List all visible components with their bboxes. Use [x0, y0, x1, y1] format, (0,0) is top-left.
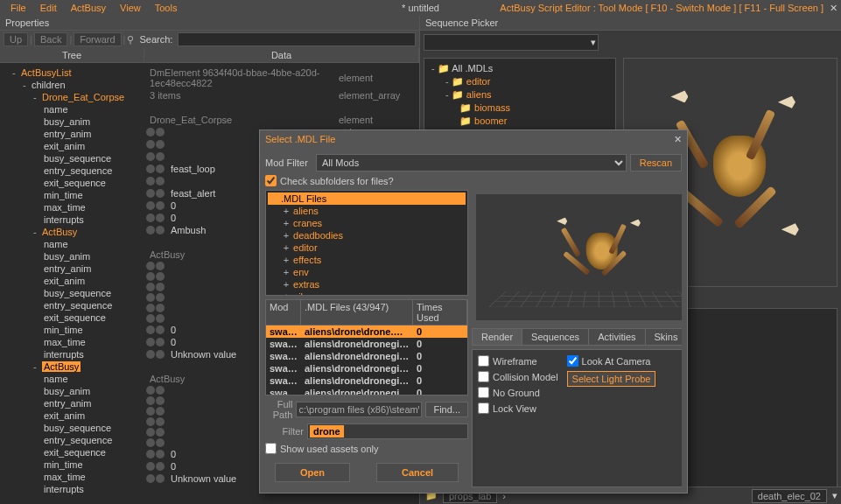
render-tabs: Render Sequences Activities Skins Info: [472, 328, 682, 346]
tree-node[interactable]: -ActBusyList: [2, 66, 143, 79]
folder-tree[interactable]: - .MDL Files+ aliens+ cranes+ deadbodies…: [265, 190, 468, 296]
tree-node[interactable]: -Drone_Eat_Corpse: [2, 91, 143, 103]
file-row[interactable]: swarmaliens\drone\dronegib6_rearlegr...0: [266, 387, 467, 396]
open-button[interactable]: Open: [275, 463, 350, 482]
show-used-check[interactable]: Show used assets only: [265, 443, 468, 454]
folder-node[interactable]: + aliens: [268, 205, 466, 217]
menu-file[interactable]: File: [4, 3, 33, 13]
dialog-close-icon[interactable]: ✕: [674, 134, 682, 145]
seq-tree-node[interactable]: 📁 boomer: [428, 115, 612, 128]
nav-forward-button[interactable]: Forward: [74, 32, 121, 46]
wireframe-check[interactable]: Wireframe: [478, 355, 558, 367]
tree-node[interactable]: name: [2, 373, 143, 385]
folder-node[interactable]: - .MDL Files: [268, 192, 466, 205]
tree-node[interactable]: -ActBusy: [2, 226, 143, 238]
tree-node[interactable]: exit_sequence: [2, 312, 143, 324]
search-input[interactable]: [178, 32, 416, 46]
seq-tree-node[interactable]: - 📁 editor: [428, 75, 612, 88]
check-subfolders-checkbox[interactable]: [265, 175, 277, 186]
noground-check[interactable]: No Ground: [478, 387, 558, 398]
tree-node[interactable]: interrupts: [2, 214, 143, 226]
tree-node[interactable]: busy_anim: [2, 116, 143, 128]
pin-icon[interactable]: ⚲: [127, 34, 134, 46]
tree-node[interactable]: -children: [2, 79, 143, 91]
file-row[interactable]: swarmaliens\drone\dronegib4_forelegr...0: [266, 362, 467, 374]
bottom-right-chip[interactable]: death_elec_02: [752, 489, 827, 503]
tree-node[interactable]: -ActBusy: [2, 360, 143, 373]
menu-edit[interactable]: Edit: [33, 3, 64, 13]
folder-node[interactable]: + env: [268, 266, 466, 278]
tree-node[interactable]: name: [2, 103, 143, 116]
col-mod-header[interactable]: Mod: [266, 300, 301, 325]
tab-skins[interactable]: Skins: [646, 329, 682, 345]
folder-node[interactable]: + gibs: [268, 290, 466, 296]
menu-tools[interactable]: Tools: [148, 3, 185, 13]
file-row[interactable]: swarmaliens\drone\dronegib5_rearlegl.mdl…: [266, 374, 467, 387]
menu-actbusy[interactable]: ActBusy: [64, 3, 113, 13]
model-preview-dialog[interactable]: [475, 193, 682, 321]
tree-node[interactable]: max_time: [2, 471, 143, 483]
tree-node[interactable]: entry_sequence: [2, 164, 143, 177]
light-probe-button[interactable]: Select Light Probe: [567, 371, 656, 387]
find-button[interactable]: Find...: [425, 402, 468, 417]
col-file-header[interactable]: .MDL Files (43/947): [301, 300, 413, 325]
folder-node[interactable]: + deadbodies: [268, 229, 466, 242]
file-list[interactable]: Mod .MDL Files (43/947) Times Used swarm…: [265, 299, 468, 396]
file-row[interactable]: swarmaliens\drone\dronegib3_forelegl.mdl…: [266, 350, 467, 362]
tree-node[interactable]: name: [2, 238, 143, 250]
nav-back-button[interactable]: Back: [34, 32, 67, 46]
tree-node[interactable]: max_time: [2, 201, 143, 214]
folder-node[interactable]: + editor: [268, 242, 466, 254]
render-options: Wireframe Collision Model No Ground Lock…: [472, 349, 682, 487]
mod-filter-select[interactable]: All Mods: [316, 154, 627, 172]
tree-node[interactable]: busy_sequence: [2, 152, 143, 164]
cancel-button[interactable]: Cancel: [376, 463, 459, 482]
tab-sequences[interactable]: Sequences: [522, 329, 589, 345]
full-path-input[interactable]: [296, 402, 422, 417]
tree-node[interactable]: busy_sequence: [2, 422, 143, 434]
folder-node[interactable]: + cranes: [268, 217, 466, 229]
tab-render[interactable]: Render: [473, 329, 522, 345]
tab-activities[interactable]: Activities: [589, 329, 645, 345]
show-used-checkbox[interactable]: [265, 443, 277, 454]
tree-node[interactable]: exit_anim: [2, 410, 143, 422]
chevron-down-icon[interactable]: ▾: [832, 490, 837, 501]
col-times-header[interactable]: Times Used: [413, 300, 467, 325]
file-row[interactable]: swarmaliens\drone\drone.mdl0: [266, 326, 467, 338]
tree-node[interactable]: min_time: [2, 189, 143, 201]
menu-view[interactable]: View: [113, 3, 148, 13]
tree-node[interactable]: min_time: [2, 458, 143, 471]
tree-node[interactable]: entry_sequence: [2, 299, 143, 312]
tree-node[interactable]: interrupts: [2, 483, 143, 495]
seq-tree-node[interactable]: - 📁 All .MDLs: [428, 62, 612, 75]
tree-node[interactable]: busy_anim: [2, 385, 143, 397]
file-row[interactable]: swarmaliens\drone\dronegib2_abdomenr...0: [266, 338, 467, 350]
tree-node[interactable]: exit_sequence: [2, 446, 143, 458]
lookat-check[interactable]: Look At Camera: [567, 355, 656, 367]
tree-node[interactable]: entry_anim: [2, 397, 143, 410]
tree-node[interactable]: min_time: [2, 324, 143, 336]
nav-up-button[interactable]: Up: [4, 32, 28, 46]
rescan-button[interactable]: Rescan: [630, 154, 682, 172]
tree-panel[interactable]: -ActBusyList-children-Drone_Eat_Corpsena…: [0, 63, 144, 504]
folder-node[interactable]: + effects: [268, 254, 466, 266]
close-icon[interactable]: ✕: [830, 3, 837, 14]
tree-node[interactable]: max_time: [2, 336, 143, 348]
tree-node[interactable]: interrupts: [2, 348, 143, 360]
tree-node[interactable]: exit_sequence: [2, 177, 143, 189]
tree-node[interactable]: busy_sequence: [2, 287, 143, 299]
collision-check[interactable]: Collision Model: [478, 371, 558, 382]
lockview-check[interactable]: Lock View: [478, 402, 558, 414]
seq-tree-node[interactable]: 📁 biomass: [428, 102, 612, 115]
tree-node[interactable]: entry_sequence: [2, 434, 143, 446]
check-subfolders[interactable]: Check subfolders for files?: [265, 175, 682, 186]
sequence-combo[interactable]: ▾: [424, 34, 599, 51]
folder-node[interactable]: + extras: [268, 278, 466, 290]
tree-node[interactable]: entry_anim: [2, 128, 143, 140]
tree-node[interactable]: exit_anim: [2, 275, 143, 287]
tree-node[interactable]: entry_anim: [2, 262, 143, 275]
seq-tree-node[interactable]: - 📁 aliens: [428, 88, 612, 102]
tree-node[interactable]: busy_anim: [2, 250, 143, 262]
tree-node[interactable]: exit_anim: [2, 140, 143, 152]
filter-value[interactable]: drone: [310, 425, 344, 438]
